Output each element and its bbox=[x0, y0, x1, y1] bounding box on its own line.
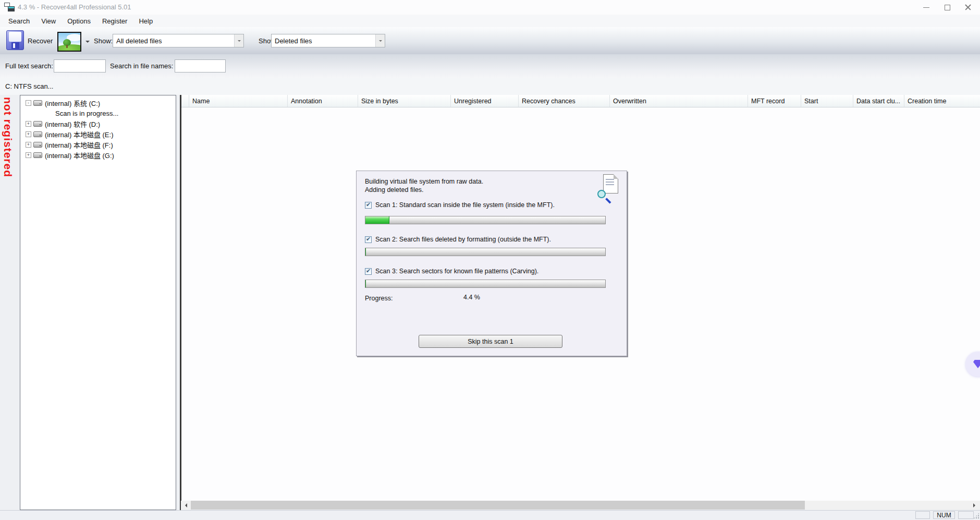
tree-item-scan-progress[interactable]: Scan is in progress... bbox=[20, 108, 176, 118]
combo-dropdown-button[interactable] bbox=[234, 34, 243, 47]
drive-icon bbox=[33, 152, 42, 158]
chevron-down-icon bbox=[379, 40, 382, 43]
window-title: 4.3 % - Recover4all Professional 5.01 bbox=[18, 3, 131, 11]
column-header-creation-time[interactable]: Creation time bbox=[904, 95, 980, 107]
table-header-row: Name Annotation Size in bytes Unregister… bbox=[181, 95, 980, 107]
file-names-search-label: Search in file names: bbox=[110, 62, 173, 70]
expand-icon[interactable]: + bbox=[26, 152, 31, 158]
tree-item-label: Scan is in progress... bbox=[55, 110, 118, 117]
combo-dropdown-button[interactable] bbox=[375, 34, 385, 47]
scan1-progress-fill bbox=[365, 216, 389, 224]
horizontal-scrollbar[interactable] bbox=[181, 501, 980, 510]
app-icon bbox=[4, 3, 15, 12]
scan-progress-dialog: Building virtual file system from raw da… bbox=[356, 171, 627, 356]
drive-tree: - (internal) 系统 (C:) Scan is in progress… bbox=[20, 95, 176, 510]
full-text-search-input[interactable] bbox=[54, 59, 106, 72]
drive-icon bbox=[33, 121, 42, 127]
resize-grip[interactable] bbox=[973, 513, 979, 519]
column-header-annotation[interactable]: Annotation bbox=[288, 95, 358, 107]
scan2-progress-fill bbox=[365, 248, 366, 256]
expand-icon[interactable]: + bbox=[26, 131, 31, 137]
scan3-label: Scan 3: Search sectors for known file pa… bbox=[375, 268, 538, 275]
column-header-start[interactable]: Start bbox=[801, 95, 853, 107]
scan3-checkbox[interactable] bbox=[365, 268, 372, 275]
tree-item-label: (internal) 软件 (D:) bbox=[45, 119, 100, 129]
close-icon bbox=[965, 4, 971, 10]
filter-type-value: Deleted files bbox=[272, 37, 375, 45]
column-header-name[interactable]: Name bbox=[189, 95, 288, 107]
magnifier-icon bbox=[597, 190, 606, 198]
scan-status-text: C: NTFS scan... bbox=[5, 82, 53, 90]
progress-value: 4.4 % bbox=[463, 294, 480, 301]
scan3-row: Scan 3: Search sectors for known file pa… bbox=[365, 268, 538, 275]
expand-icon[interactable]: + bbox=[26, 121, 31, 127]
image-dropdown-icon[interactable] bbox=[85, 41, 90, 45]
collapse-icon[interactable]: - bbox=[26, 100, 31, 106]
statusbar-panel-scrl bbox=[958, 511, 974, 519]
tree-item-label: (internal) 本地磁盘 (G:) bbox=[45, 150, 114, 160]
menu-view[interactable]: View bbox=[39, 16, 58, 26]
drive-icon bbox=[33, 142, 42, 148]
scroll-left-button[interactable] bbox=[181, 501, 191, 510]
dialog-message: Building virtual file system from raw da… bbox=[365, 177, 483, 194]
menu-register[interactable]: Register bbox=[100, 16, 129, 26]
menu-options[interactable]: Options bbox=[65, 16, 93, 26]
scroll-right-icon bbox=[973, 503, 977, 507]
scan3-progress-fill bbox=[365, 280, 366, 287]
tree-item-drive-d[interactable]: + (internal) 软件 (D:) bbox=[20, 118, 176, 129]
title-bar: 4.3 % - Recover4all Professional 5.01 bbox=[0, 0, 980, 15]
filter-all-combobox[interactable]: All deleted files bbox=[113, 34, 244, 47]
statusbar-panel-cap bbox=[915, 511, 930, 519]
scrollbar-thumb[interactable] bbox=[191, 501, 805, 510]
chevron-down-icon bbox=[238, 40, 241, 43]
scan1-row: Scan 1: Standard scan inside the file sy… bbox=[365, 201, 555, 209]
minimize-icon bbox=[923, 7, 929, 8]
column-header-unregistered[interactable]: Unregistered bbox=[451, 95, 519, 107]
recover-button[interactable] bbox=[6, 30, 24, 50]
expand-icon[interactable]: + bbox=[26, 142, 31, 148]
close-button[interactable] bbox=[960, 3, 976, 11]
filter-type-combobox[interactable]: Deleted files bbox=[271, 34, 385, 47]
menu-bar: Search View Options Register Help bbox=[0, 15, 980, 27]
column-header-recovery-chances[interactable]: Recovery chances bbox=[519, 95, 610, 107]
scan2-progress-bar bbox=[365, 248, 606, 256]
progress-label: Progress: bbox=[365, 295, 393, 302]
column-header-data-start-cluster[interactable]: Data start clu... bbox=[853, 95, 904, 107]
recover-label: Recover bbox=[28, 37, 53, 45]
column-header-mft-record[interactable]: MFT record bbox=[748, 95, 801, 107]
file-names-search-input[interactable] bbox=[175, 59, 226, 72]
tree-item-drive-e[interactable]: + (internal) 本地磁盘 (E:) bbox=[20, 129, 176, 139]
scan1-label: Scan 1: Standard scan inside the file sy… bbox=[375, 201, 555, 209]
scan1-checkbox[interactable] bbox=[365, 202, 372, 209]
statusbar-num-indicator: NUM bbox=[933, 511, 955, 519]
drive-icon bbox=[33, 131, 42, 137]
dialog-message-line1: Building virtual file system from raw da… bbox=[365, 177, 483, 186]
overlay-glyph-icon bbox=[973, 360, 980, 368]
tree-item-drive-g[interactable]: + (internal) 本地磁盘 (G:) bbox=[20, 150, 176, 160]
tree-item-label: (internal) 本地磁盘 (F:) bbox=[45, 140, 113, 150]
search-row: Full text search: Search in file names: bbox=[0, 54, 980, 78]
maximize-button[interactable] bbox=[939, 3, 955, 11]
skip-scan-button[interactable]: Skip this scan 1 bbox=[419, 335, 562, 348]
scan2-checkbox[interactable] bbox=[365, 236, 372, 243]
scan2-row: Scan 2: Search files deleted by formatti… bbox=[365, 236, 551, 243]
scan2-label: Scan 2: Search files deleted by formatti… bbox=[375, 236, 551, 243]
tree-item-drive-c[interactable]: - (internal) 系统 (C:) bbox=[20, 98, 176, 108]
maximize-icon bbox=[945, 5, 950, 10]
column-header-icon[interactable] bbox=[181, 95, 189, 107]
tree-item-label: (internal) 本地磁盘 (E:) bbox=[45, 129, 113, 139]
column-header-size[interactable]: Size in bytes bbox=[358, 95, 451, 107]
scroll-right-button[interactable] bbox=[970, 501, 979, 510]
filter-all-value: All deleted files bbox=[113, 37, 234, 45]
scan1-progress-bar bbox=[365, 216, 606, 224]
floppy-disk-icon bbox=[9, 32, 21, 42]
image-preview-button[interactable] bbox=[57, 32, 81, 52]
file-search-icon bbox=[598, 174, 618, 198]
minimize-button[interactable] bbox=[918, 3, 934, 11]
column-header-overwritten[interactable]: Overwritten bbox=[610, 95, 748, 107]
menu-help[interactable]: Help bbox=[137, 16, 155, 26]
show-label-1: Show: bbox=[94, 37, 113, 45]
menu-search[interactable]: Search bbox=[6, 16, 32, 26]
not-registered-watermark: not registered bbox=[2, 97, 14, 177]
tree-item-drive-f[interactable]: + (internal) 本地磁盘 (F:) bbox=[20, 139, 176, 150]
